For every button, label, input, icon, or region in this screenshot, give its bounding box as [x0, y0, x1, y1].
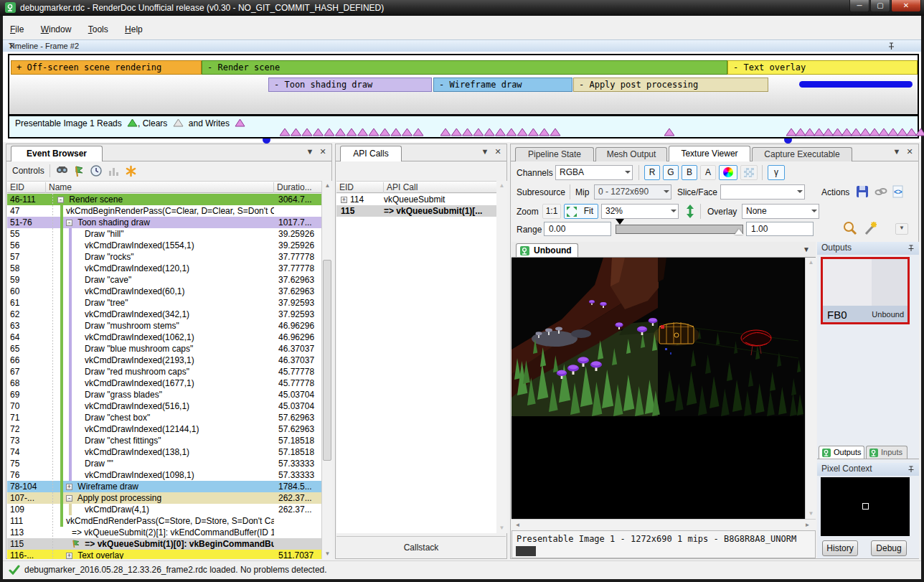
link-icon[interactable] — [874, 184, 888, 199]
event-row[interactable]: 74 vkCmdDrawIndexed(138,1) 57.18518 — [7, 446, 321, 458]
col-api-eid[interactable]: EID — [336, 182, 384, 193]
event-row[interactable]: 64 vkCmdDrawIndexed(1062,1) 46.96296 — [7, 332, 321, 343]
expand-toggle[interactable]: - — [66, 220, 72, 226]
tab-capture-executable[interactable]: Capture Executable — [752, 147, 852, 161]
tab-current-texture[interactable]: Unbound — [516, 243, 578, 257]
api-call-row[interactable]: 115 => vkQueueSubmit(1)[... — [336, 205, 496, 217]
zoom-range-icon[interactable] — [842, 220, 858, 236]
range-black-handle[interactable] — [616, 219, 624, 225]
save-icon[interactable] — [855, 184, 869, 199]
event-row[interactable]: 51-76 - Toon shading draw 1017.7... — [7, 217, 321, 228]
zoom-level-select[interactable]: 32% — [601, 204, 679, 219]
col-duration[interactable]: Duratio... — [274, 182, 321, 193]
menu-tools[interactable]: Tools — [81, 22, 116, 37]
viewer-scroll-down-icon[interactable]: ▼ — [806, 509, 816, 519]
pixel-context-view[interactable] — [821, 477, 910, 536]
history-button[interactable]: History — [822, 540, 858, 556]
event-row[interactable]: 60 vkCmdDrawIndexed(60,1) 37.62963 — [7, 286, 321, 297]
pin-icon[interactable] — [908, 245, 915, 252]
range-min-input[interactable]: 0.00 — [544, 222, 611, 236]
stats-icon[interactable] — [107, 164, 121, 178]
timeline-text-overlay-range[interactable] — [799, 81, 913, 88]
channel-a-button[interactable]: A — [700, 165, 716, 180]
col-eid[interactable]: EID — [7, 182, 46, 193]
texture-viewer-caret-icon[interactable]: ▼ — [891, 147, 902, 156]
event-browser-scrollbar[interactable]: ▲ ▼ — [321, 181, 332, 559]
viewer-scroll-up-icon[interactable]: ▲ — [806, 258, 816, 268]
event-row[interactable]: 56 vkCmdDrawIndexed(1554,1) 39.25926 — [7, 240, 321, 251]
event-row[interactable]: 73 Draw "chest fittings" 57.18518 — [7, 435, 321, 446]
timeline-bar-render-scene[interactable]: - Render scene — [202, 60, 727, 75]
channel-b-button[interactable]: B — [682, 165, 697, 180]
bookmark-flag-icon[interactable] — [72, 164, 86, 178]
api-calls-caret-icon[interactable]: ▼ — [479, 147, 491, 156]
output-fb0-thumbnail[interactable]: FB0 Unbound — [821, 257, 910, 324]
event-row[interactable]: 57 Draw "rocks" 37.77778 — [7, 251, 321, 263]
event-row[interactable]: 107-... - Apply post processing 262.37..… — [7, 492, 321, 504]
api-scroll-down-icon[interactable]: ▼ — [497, 523, 506, 533]
timeline-bar-offscreen[interactable]: + Off-screen scene rendering — [11, 60, 202, 75]
event-row[interactable]: 72 vkCmdDrawIndexed(12144,1) 57.62963 — [7, 423, 321, 435]
mip-select[interactable]: 0 - 1272x690 — [594, 184, 671, 200]
write-marker-group[interactable] — [664, 128, 674, 136]
timeline-bar-toon[interactable]: - Toon shading draw — [268, 78, 432, 92]
toolbar-expand-button[interactable]: ▼ — [895, 223, 908, 235]
timeline-close-icon[interactable]: ✕ — [9, 42, 911, 51]
expand-toggle[interactable]: + — [66, 553, 72, 559]
event-row[interactable]: 61 Draw "tree" 37.92593 — [7, 297, 321, 309]
gamma-button[interactable]: γ — [768, 165, 785, 180]
viewer-vscrollbar[interactable]: ▲ ▼ — [805, 258, 816, 519]
scrollbar-thumb[interactable] — [323, 260, 331, 461]
checker-background-button[interactable] — [740, 165, 758, 180]
event-row[interactable]: 113 => vkQueueSubmit(2)[1]: vkEndCommand… — [7, 527, 321, 538]
event-row[interactable]: 78-104 + Wireframe draw 1784.5... — [7, 481, 321, 492]
viewer-scroll-left-icon[interactable]: ◄ — [513, 520, 522, 530]
minimize-button[interactable]: ─ — [849, 0, 869, 12]
timeline-usage-strip[interactable]: Presentable Image 1 Reads , Clears and W… — [8, 115, 919, 139]
viewer-scroll-right-icon[interactable]: ► — [803, 520, 812, 530]
event-row[interactable]: 47 vkCmdBeginRenderPass(C=Clear, D=Clear… — [7, 205, 321, 217]
autofit-wand-icon[interactable] — [862, 220, 878, 236]
menu-window[interactable]: Window — [34, 22, 79, 37]
timeline-bar-text-overlay[interactable]: - Text overlay — [727, 60, 918, 75]
event-row[interactable]: 55 Draw "hill" 39.25926 — [7, 228, 321, 240]
tab-pipeline-state[interactable]: Pipeline State — [515, 147, 594, 161]
api-call-row[interactable]: +114 vkQueueSubmit — [336, 194, 496, 205]
timing-clock-icon[interactable] — [90, 164, 103, 178]
menu-help[interactable]: Help — [118, 22, 150, 37]
event-row[interactable]: 69 Draw "grass blades" 45.03704 — [7, 389, 321, 400]
event-row[interactable]: 115 => vkQueueSubmit(1)[0]: vkBeginComma… — [7, 538, 321, 550]
event-browser-caret-icon[interactable]: ▼ — [304, 147, 316, 156]
timeline-bar-postproc[interactable]: - Apply post processing — [573, 78, 768, 92]
channel-g-button[interactable]: G — [663, 165, 679, 180]
expand-toggle[interactable]: - — [66, 495, 72, 502]
event-row[interactable]: 116-... + Text overlay 511.7037 — [7, 550, 321, 559]
tab-texture-viewer[interactable]: Texture Viewer — [669, 146, 750, 161]
fit-button[interactable]: Fit — [564, 204, 598, 219]
event-row[interactable]: 46-111 - Render scene 3064.7... — [7, 194, 321, 205]
range-slider[interactable] — [616, 225, 743, 234]
write-marker-group[interactable] — [440, 128, 571, 136]
options-asterisk-icon[interactable] — [124, 164, 138, 178]
event-row[interactable]: 63 Draw "mushroom stems" 46.96296 — [7, 320, 321, 332]
texture-display[interactable] — [512, 258, 805, 519]
range-max-input[interactable]: 1.00 — [746, 222, 814, 236]
event-row[interactable]: 111 vkCmdEndRenderPass(C=Store, D=Store,… — [7, 515, 321, 527]
api-calls-close-icon[interactable]: ✕ — [492, 147, 504, 156]
event-row[interactable]: 58 vkCmdDrawIndexed(120,1) 37.77778 — [7, 263, 321, 274]
menu-file[interactable]: File — [3, 22, 31, 37]
scroll-down-icon[interactable]: ▼ — [323, 549, 332, 559]
texture-list-caret-icon[interactable]: ▼ — [803, 245, 810, 253]
event-row[interactable]: 67 Draw "red mushroom caps" 45.77778 — [7, 366, 321, 377]
timeline-bars-area[interactable]: + Off-screen scene rendering - Render sc… — [8, 54, 919, 116]
event-row[interactable]: 76 vkCmdDrawIndexed(1098,1) 57.33333 — [7, 469, 321, 481]
viewer-hscrollbar[interactable]: ◄ ► — [512, 519, 816, 530]
col-api-call[interactable]: API Call — [384, 182, 496, 193]
event-row[interactable]: 62 vkCmdDrawIndexed(342,1) 37.92593 — [7, 309, 321, 320]
range-white-handle[interactable] — [735, 229, 743, 235]
event-browser-close-icon[interactable]: ✕ — [317, 147, 329, 156]
timeline-panel-header[interactable]: Timeline - Frame #2 ✕ — [3, 39, 921, 52]
debug-button[interactable]: Debug — [871, 540, 907, 556]
event-row[interactable]: 71 Draw "chest box" 57.62963 — [7, 412, 321, 423]
flip-y-icon[interactable] — [684, 204, 696, 219]
